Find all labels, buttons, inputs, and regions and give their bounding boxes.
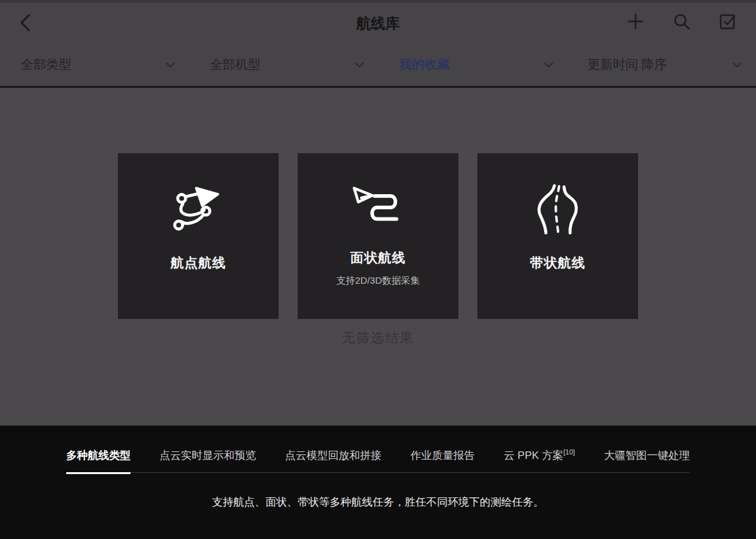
filter-label: 我的收藏 <box>399 56 450 73</box>
search-button[interactable] <box>671 11 692 32</box>
top-bar: 航线库 <box>0 0 756 44</box>
card-area-route[interactable]: 面状航线 支持2D/3D数据采集 <box>298 153 458 319</box>
corridor-route-icon <box>528 180 588 240</box>
tab-label: 点云模型回放和拼接 <box>285 449 381 461</box>
tab-cloud-ppk[interactable]: 云 PPK 方案[10] <box>504 448 575 463</box>
multi-select-checkbox-icon <box>719 13 736 30</box>
filter-sort-update-time-desc[interactable]: 更新时间 降序 <box>567 44 756 85</box>
waypoint-route-icon <box>168 180 229 240</box>
chevron-down-icon <box>354 62 364 68</box>
chevron-down-icon <box>165 62 175 68</box>
card-title: 面状航线 <box>351 249 406 267</box>
plus-icon <box>626 12 645 31</box>
filter-all-aircraft-models[interactable]: 全部机型 <box>189 44 378 85</box>
tab-superscript: [10] <box>564 448 575 456</box>
tab-label: 点云实时显示和预览 <box>160 449 256 461</box>
feature-description: 支持航点、面状、带状等多种航线任务，胜任不同环境下的测绘任务。 <box>0 495 756 509</box>
card-subtitle: 支持2D/3D数据采集 <box>336 275 420 287</box>
filter-label: 更新时间 降序 <box>588 56 667 73</box>
filter-label: 全部类型 <box>21 56 71 73</box>
search-icon <box>673 13 690 30</box>
top-actions <box>625 11 738 32</box>
tab-quality-report[interactable]: 作业质量报告 <box>410 448 475 463</box>
tab-terra-one-click[interactable]: 大疆智图一键处理 <box>604 448 690 463</box>
filter-bar: 全部类型 全部机型 我的收藏 更新时间 降序 <box>0 44 756 86</box>
tab-pointcloud-replay-merge[interactable]: 点云模型回放和拼接 <box>285 448 381 463</box>
add-route-button[interactable] <box>625 11 646 32</box>
card-waypoint-route[interactable]: 航点航线 <box>118 153 279 319</box>
filter-all-types[interactable]: 全部类型 <box>0 44 189 85</box>
filter-label: 全部机型 <box>210 56 260 73</box>
card-title: 带状航线 <box>530 254 586 272</box>
area-route-icon <box>348 180 409 240</box>
route-library-screen: 航线库 <box>0 0 756 539</box>
feature-panel: 多种航线类型 点云实时显示和预览 点云模型回放和拼接 作业质量报告 云 PPK … <box>0 426 756 539</box>
tab-label: 多种航线类型 <box>66 449 131 461</box>
card-title: 航点航线 <box>171 254 226 272</box>
tab-label: 作业质量报告 <box>410 449 475 461</box>
content-area: 航点航线 面状航线 支持2D/3D数据采集 带状航线 <box>0 88 756 426</box>
tab-label: 大疆智图一键处理 <box>604 449 690 461</box>
chevron-down-icon <box>544 62 554 68</box>
tab-pointcloud-live-preview[interactable]: 点云实时显示和预览 <box>160 448 256 463</box>
empty-result-text: 无筛选结果 <box>0 329 756 347</box>
multi-select-button[interactable] <box>717 11 738 32</box>
feature-tabs: 多种航线类型 点云实时显示和预览 点云模型回放和拼接 作业质量报告 云 PPK … <box>0 448 756 473</box>
card-corridor-route[interactable]: 带状航线 <box>477 153 638 319</box>
filter-my-favorites[interactable]: 我的收藏 <box>378 44 567 85</box>
chevron-down-icon <box>732 62 742 68</box>
tab-label: 云 PPK 方案 <box>504 449 563 461</box>
tab-route-types[interactable]: 多种航线类型 <box>66 448 131 463</box>
